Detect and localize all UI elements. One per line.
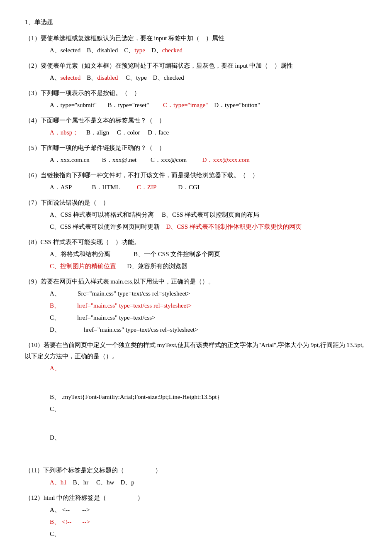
q12-text: （12）html 中的注释标签是（ ） bbox=[25, 492, 367, 504]
q2-text: （2）要使表单元素（如文本框）在预览时处于不可编辑状态，显灰色，要在 input… bbox=[25, 60, 367, 71]
q7-option-cd: C、CSS 样式表可以使许多网页同时更新 D、CSS 样式表不能制作体积更小下载… bbox=[25, 221, 367, 232]
q8-text: （8）CSS 样式表不可能实现（ ）功能。 bbox=[25, 237, 367, 248]
q6-options: A．ASP B．HTML C．ZIP D．CGI bbox=[25, 182, 367, 193]
q10-optionA: A、 bbox=[25, 363, 367, 374]
q3-options: A．type="submit" B．type="reset" C．type="i… bbox=[25, 100, 367, 111]
question-8: （8）CSS 样式表不可能实现（ ）功能。 A、将格式和结构分离 B、一个 CS… bbox=[25, 237, 367, 272]
q9-optionA: A、 Src="main.css" type=text/css rel=styl… bbox=[25, 288, 367, 299]
question-6: （6）当链接指向下列哪一种文件时，不打开该文件，而是提供给浏览器下载。（ ） A… bbox=[25, 170, 367, 193]
q10-text: （10）若要在当前网页中定义一个独立类的样式 myText,使其有该类样式的正文… bbox=[25, 340, 367, 362]
q8-option-cd: C、控制图片的精确位置 D、兼容所有的浏览器 bbox=[25, 261, 367, 272]
q2-options: A、selected B、disabled C、type D、checked bbox=[25, 72, 367, 83]
question-2: （2）要使表单元素（如文本框）在预览时处于不可编辑状态，显灰色，要在 input… bbox=[25, 60, 367, 83]
q6-text: （6）当链接指向下列哪一种文件时，不打开该文件，而是提供给浏览器下载。（ ） bbox=[25, 170, 367, 181]
q7-text: （7）下面说法错误的是（ ） bbox=[25, 197, 367, 208]
q10-optionD: D、 bbox=[25, 432, 367, 443]
q12-optionB: B、 <!-- --> bbox=[25, 516, 367, 528]
q9-text: （9）若要在网页中插入样式表 main.css,以下用法中，正确的是（）。 bbox=[25, 276, 367, 287]
q5-options: A．xxx.com.cn B．xxx@.net C．xxx@com D．xxx@… bbox=[25, 154, 367, 166]
question-1: （1）要使单选框或复选框默认为已选定，要在 input 标签中加（ ）属性 A、… bbox=[25, 33, 367, 56]
q10-optionB: B、 .myText{Font-Familiy:Arial;Font-size:… bbox=[25, 391, 367, 403]
q8-option-ab: A、将格式和结构分离 B、一个 CSS 文件控制多个网页 bbox=[25, 249, 367, 260]
q12-optionC: C、 bbox=[25, 528, 367, 540]
q10-optionC: C、 bbox=[25, 403, 367, 415]
q9-optionD: D、 href="main.css" type=text/css rel=sty… bbox=[25, 324, 367, 335]
q4-text: （4）下面哪一个属性不是文本的标签属性？（ ） bbox=[25, 115, 367, 126]
question-5: （5）下面哪一项的电子邮件链接是正确的？（ ） A．xxx.com.cn B．x… bbox=[25, 142, 367, 166]
q9-optionC: C、 href="main.css" type=text/css> bbox=[25, 312, 367, 323]
q11-options: A、h1 B、hr C、hw D、p bbox=[25, 477, 367, 488]
q5-text: （5）下面哪一项的电子邮件链接是正确的？（ ） bbox=[25, 142, 367, 154]
section-title: 1、单选题 bbox=[25, 17, 367, 28]
question-7: （7）下面说法错误的是（ ） A、CSS 样式表可以将格式和结构分离 B、CSS… bbox=[25, 197, 367, 232]
q9-optionB: B、 href="main.css" type=text/css rel=sty… bbox=[25, 300, 367, 311]
q12-optionA: A、 <-- --> bbox=[25, 504, 367, 516]
q11-text: （11）下列哪个标签是定义标题的（ ） bbox=[25, 465, 367, 476]
q3-text: （3）下列哪一项表示的不是按钮。（ ） bbox=[25, 88, 367, 99]
q4-options: A．nbsp； B．align C．color D．face bbox=[25, 127, 367, 138]
question-9: （9）若要在网页中插入样式表 main.css,以下用法中，正确的是（）。 A、… bbox=[25, 276, 367, 335]
question-10: （10）若要在当前网页中定义一个独立类的样式 myText,使其有该类样式的正文… bbox=[25, 340, 367, 461]
question-12: （12）html 中的注释标签是（ ） A、 <-- --> B、 <!-- -… bbox=[25, 492, 367, 540]
question-3: （3）下列哪一项表示的不是按钮。（ ） A．type="submit" B．ty… bbox=[25, 88, 367, 111]
q1-options: A、selected B、disabled C、type D、checked bbox=[25, 45, 367, 56]
q7-option-ab: A、CSS 样式表可以将格式和结构分离 B、CSS 样式表可以控制页面的布局 bbox=[25, 209, 367, 220]
question-4: （4）下面哪一个属性不是文本的标签属性？（ ） A．nbsp； B．align … bbox=[25, 115, 367, 138]
q1-text: （1）要使单选框或复选框默认为已选定，要在 input 标签中加（ ）属性 bbox=[25, 33, 367, 44]
question-11: （11）下列哪个标签是定义标题的（ ） A、h1 B、hr C、hw D、p bbox=[25, 465, 367, 488]
